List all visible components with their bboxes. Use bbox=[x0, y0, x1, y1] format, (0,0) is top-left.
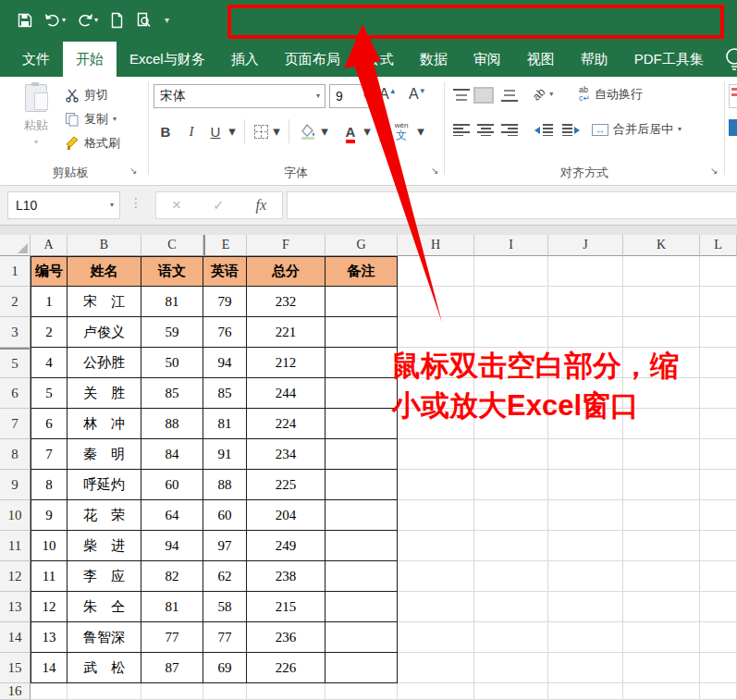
cell-F9[interactable]: 225 bbox=[247, 470, 326, 500]
cell-A16[interactable] bbox=[31, 683, 68, 700]
cell-I3[interactable] bbox=[474, 317, 548, 348]
row-header-6[interactable]: 6 bbox=[0, 378, 31, 409]
row-header-12[interactable]: 12 bbox=[0, 561, 31, 592]
align-top-button[interactable] bbox=[453, 89, 470, 102]
cell-G11[interactable] bbox=[326, 531, 398, 561]
cell-L14[interactable] bbox=[700, 622, 737, 653]
cell-L5[interactable] bbox=[700, 348, 737, 378]
enter-button[interactable]: ✓ bbox=[213, 197, 225, 214]
cell-L9[interactable] bbox=[700, 470, 737, 500]
tab-home[interactable]: 开始 bbox=[63, 42, 117, 77]
cell-B11[interactable]: 柴 进 bbox=[68, 531, 141, 561]
cell-H16[interactable] bbox=[398, 683, 474, 700]
cell-A7[interactable]: 6 bbox=[31, 409, 68, 439]
row-header-14[interactable]: 14 bbox=[0, 622, 31, 653]
cell-K16[interactable] bbox=[623, 683, 700, 700]
decrease-font-size-button[interactable]: A▼ bbox=[409, 86, 426, 103]
align-center-button[interactable] bbox=[477, 123, 494, 136]
underline-button[interactable]: U bbox=[207, 119, 224, 143]
cell-F7[interactable]: 224 bbox=[247, 409, 326, 439]
cell-H2[interactable] bbox=[398, 287, 474, 317]
cell-F6[interactable]: 244 bbox=[247, 378, 326, 409]
cell-I13[interactable] bbox=[474, 592, 548, 622]
cell-G6[interactable] bbox=[326, 378, 398, 409]
clipped-style-icon[interactable] bbox=[729, 119, 737, 136]
cell-J1[interactable] bbox=[548, 256, 623, 287]
cell-J3[interactable] bbox=[548, 317, 623, 348]
alignment-dialog-launcher-icon[interactable]: ↘ bbox=[710, 166, 718, 177]
column-header-C[interactable]: C bbox=[141, 235, 203, 256]
cell-J13[interactable] bbox=[548, 592, 623, 622]
cell-I1[interactable] bbox=[474, 256, 548, 287]
cell-A9[interactable]: 8 bbox=[31, 470, 68, 500]
cell-G13[interactable] bbox=[326, 592, 398, 622]
merge-center-button[interactable]: ↔ 合并后居中 ▾ bbox=[592, 121, 682, 138]
cell-G7[interactable] bbox=[326, 409, 398, 439]
cell-C8[interactable]: 84 bbox=[141, 439, 203, 470]
cell-F15[interactable]: 226 bbox=[247, 653, 326, 683]
cell-B15[interactable]: 武 松 bbox=[68, 653, 141, 683]
tab-insert[interactable]: 插入 bbox=[218, 42, 272, 77]
row-header-9[interactable]: 9 bbox=[0, 470, 31, 500]
name-box-caret[interactable]: ▾ bbox=[110, 202, 119, 209]
row-header-8[interactable]: 8 bbox=[0, 439, 31, 470]
cell-F2[interactable]: 232 bbox=[247, 287, 326, 317]
orientation-dropdown-caret[interactable]: ▾ bbox=[549, 91, 553, 98]
row-header-3[interactable]: 3 bbox=[0, 317, 31, 348]
column-header-B[interactable]: B bbox=[68, 235, 141, 256]
cell-H15[interactable] bbox=[398, 653, 474, 683]
cell-A13[interactable]: 12 bbox=[31, 592, 68, 622]
cell-A12[interactable]: 11 bbox=[31, 561, 68, 592]
bold-button[interactable]: B bbox=[155, 119, 176, 143]
cell-F12[interactable]: 238 bbox=[247, 561, 326, 592]
cell-I16[interactable] bbox=[474, 683, 548, 700]
tab-file[interactable]: 文件 bbox=[9, 42, 63, 77]
font-name-caret[interactable]: ▾ bbox=[316, 92, 325, 100]
cell-L8[interactable] bbox=[700, 439, 737, 470]
cell-C15[interactable]: 87 bbox=[141, 653, 203, 683]
cell-C11[interactable]: 94 bbox=[141, 531, 203, 561]
font-dialog-launcher-icon[interactable]: ↘ bbox=[431, 166, 438, 177]
cell-G16[interactable] bbox=[326, 683, 398, 700]
cell-K2[interactable] bbox=[623, 287, 700, 317]
row-header-15[interactable]: 15 bbox=[0, 653, 31, 683]
borders-button[interactable] bbox=[252, 119, 270, 143]
save-button[interactable] bbox=[15, 8, 35, 32]
cell-I14[interactable] bbox=[474, 622, 548, 653]
cell-G15[interactable] bbox=[326, 653, 398, 683]
cell-F16[interactable] bbox=[247, 683, 326, 700]
cell-B1[interactable]: 姓名 bbox=[68, 256, 141, 287]
copy-button[interactable]: 复制 ▾ bbox=[65, 108, 117, 130]
cell-L15[interactable] bbox=[700, 653, 737, 683]
cell-J8[interactable] bbox=[548, 439, 623, 470]
cell-E13[interactable]: 58 bbox=[203, 592, 247, 622]
cell-K3[interactable] bbox=[623, 317, 700, 348]
cell-B12[interactable]: 李 应 bbox=[68, 561, 141, 592]
cell-K1[interactable] bbox=[623, 256, 700, 287]
cell-F13[interactable]: 215 bbox=[247, 592, 326, 622]
cell-J15[interactable] bbox=[548, 653, 623, 683]
merge-center-dropdown-caret[interactable]: ▾ bbox=[678, 126, 682, 133]
cell-B8[interactable]: 秦 明 bbox=[68, 439, 141, 470]
cell-B7[interactable]: 林 冲 bbox=[68, 409, 141, 439]
cell-E10[interactable]: 60 bbox=[203, 500, 247, 531]
print-preview-button[interactable] bbox=[133, 8, 154, 32]
cell-E15[interactable]: 69 bbox=[203, 653, 247, 683]
cell-B5[interactable]: 公孙胜 bbox=[68, 348, 141, 378]
paste-dropdown-caret[interactable]: ▾ bbox=[34, 139, 38, 146]
font-size-combobox[interactable]: 9 ▾ bbox=[329, 84, 372, 108]
column-header-L[interactable]: L bbox=[700, 235, 737, 256]
column-header-K[interactable]: K bbox=[623, 235, 700, 256]
cell-J9[interactable] bbox=[548, 470, 623, 500]
tab-data[interactable]: 数据 bbox=[407, 42, 461, 77]
cell-I10[interactable] bbox=[474, 500, 548, 531]
column-header-E[interactable]: E bbox=[203, 235, 247, 256]
cell-G3[interactable] bbox=[326, 317, 398, 348]
cell-E8[interactable]: 91 bbox=[203, 439, 247, 470]
cell-B10[interactable]: 花 荣 bbox=[68, 500, 141, 531]
cell-C14[interactable]: 77 bbox=[141, 622, 203, 653]
cell-E5[interactable]: 94 bbox=[203, 348, 247, 378]
cell-K13[interactable] bbox=[623, 592, 700, 622]
cell-A3[interactable]: 2 bbox=[31, 317, 68, 348]
row-header-13[interactable]: 13 bbox=[0, 592, 31, 622]
